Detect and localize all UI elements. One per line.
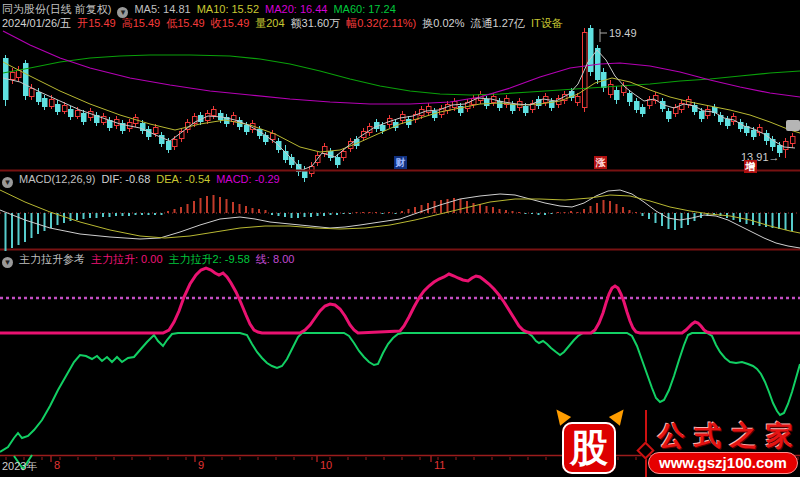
watermark-url[interactable]: www.gszj100.com <box>648 452 798 474</box>
watermark-logo: 股 公式之家 www.gszj100.com <box>552 404 798 477</box>
watermark-brand: 公式之家 <box>658 418 800 454</box>
stamp-gu-icon: 股 <box>562 422 616 474</box>
stock-app-window: 同为股份(日线 前复权)▾MA5: 14.81MA10: 15.52MA20: … <box>0 0 800 477</box>
bull-horn-icon <box>609 405 629 425</box>
